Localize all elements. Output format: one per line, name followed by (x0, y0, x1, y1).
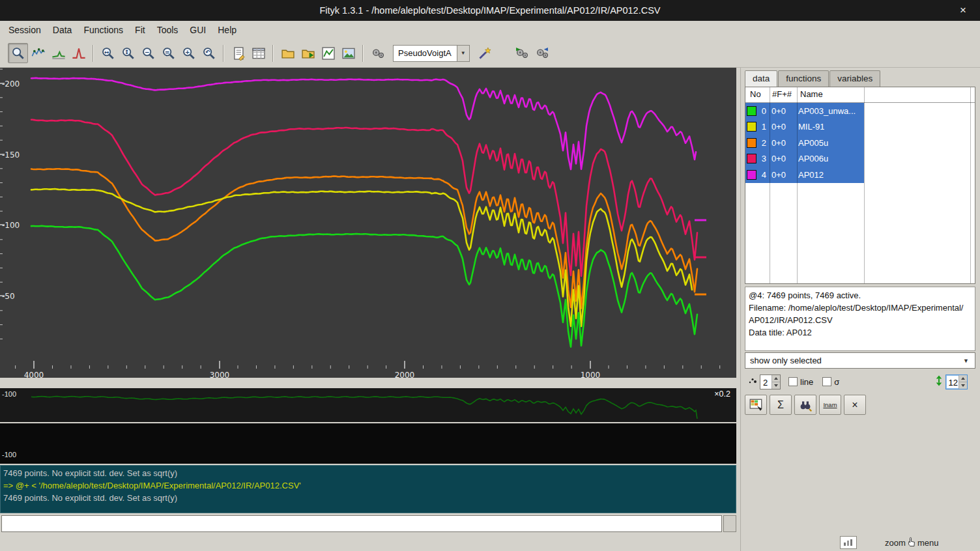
status-indicator-button[interactable] (840, 536, 857, 549)
command-input[interactable] (1, 515, 722, 532)
zoom-out-button[interactable]: − (138, 43, 158, 63)
fit-history-button[interactable] (532, 43, 553, 63)
svg-text:=: = (164, 48, 169, 55)
zoom-in-button[interactable]: + (179, 43, 199, 63)
add-peak-mode-button[interactable] (68, 43, 89, 63)
point-size-spinner[interactable]: 2 (760, 374, 781, 389)
toolbar-separator (223, 45, 224, 62)
zoom-fit-icon: ↔ (101, 46, 115, 61)
chevron-down-icon: ▼ (963, 358, 969, 364)
column-header-f[interactable]: #F+# (772, 89, 792, 99)
dataset-number: 4 (757, 170, 766, 180)
sum-button[interactable]: Σ (770, 395, 792, 415)
plot-style-controls: 2 line σ 12 (745, 373, 975, 391)
background-mode-button[interactable] (48, 43, 68, 63)
zoom-fit-button[interactable]: ↔ (98, 43, 118, 63)
zoom-previous-button[interactable]: ↶ (199, 43, 219, 63)
dataset-name: AP012 (796, 170, 824, 180)
shift-value: 12 (946, 375, 958, 389)
data-table-rows: 00+0AP003_unwa...10+0MIL-9120+0AP005u30+… (745, 103, 975, 183)
zoom-out-icon: − (141, 46, 156, 61)
sigma-checkbox-label: σ (834, 377, 839, 387)
menu-help[interactable]: Help (212, 23, 242, 37)
execute-script-button[interactable] (298, 43, 318, 63)
function-type-select[interactable]: PseudoVoigtA▼ (393, 45, 470, 62)
toolbar-separator (362, 45, 364, 62)
y-tick-label: -200 (2, 79, 20, 89)
menu-session[interactable]: Session (3, 23, 47, 37)
save-session-icon (321, 46, 336, 61)
delete-button[interactable]: × (844, 395, 866, 415)
save-session-button[interactable] (318, 43, 338, 63)
close-button[interactable]: × (954, 0, 972, 21)
add-peak-mode-icon (72, 46, 86, 61)
sigma-checkbox[interactable] (822, 377, 831, 386)
toolbar-separator (93, 45, 94, 62)
auto-add-function-button[interactable] (475, 43, 495, 63)
column-header-no[interactable]: No (750, 89, 761, 99)
zoom-100-button[interactable]: = (158, 43, 179, 63)
shift-updown-icon[interactable] (934, 375, 944, 389)
dataset-name: AP006u (796, 154, 828, 163)
shift-spinner[interactable]: 12 (945, 374, 968, 389)
load-data-button[interactable] (278, 43, 298, 63)
data-editor-button[interactable] (248, 43, 268, 63)
aux-plot-2[interactable]: -100 (0, 423, 736, 464)
panel-splitter[interactable] (736, 68, 745, 551)
input-extra-button[interactable] (723, 515, 736, 532)
data-range-mode-button[interactable] (28, 43, 48, 63)
session-log-button[interactable] (228, 43, 248, 63)
tab-functions[interactable]: functions (778, 70, 829, 87)
save-image-icon (341, 46, 356, 61)
settings-gears-button[interactable] (368, 43, 388, 63)
save-image-button[interactable] (338, 43, 358, 63)
sum-glyph: Σ (777, 399, 784, 411)
zoom-vertical-button[interactable]: ↕ (118, 43, 138, 63)
zoom-mode-button[interactable] (8, 43, 28, 63)
dataset-functions-count: 0+0 (769, 138, 796, 148)
main-plot[interactable]: 4000300020001000-200-150-100-50 (0, 68, 736, 378)
titlebar: Fityk 1.3.1 - /home/aleplo/test/Desktop/… (0, 0, 980, 21)
tab-variables[interactable]: variables (829, 70, 880, 87)
x-tick-label: 2000 (395, 371, 415, 378)
find-button[interactable] (794, 395, 816, 415)
execute-script-icon (301, 46, 315, 61)
data-range-mode-icon (31, 46, 46, 61)
chevron-down-icon: ▼ (457, 46, 469, 61)
command-input-row (1, 515, 736, 533)
data-info: @4: 7469 points, 7469 active.Filename: /… (745, 287, 975, 351)
line-checkbox[interactable] (788, 377, 798, 386)
aux-plot[interactable]: -100 ×0.2 (0, 388, 736, 422)
zoom-previous-icon: ↶ (202, 46, 216, 61)
aux-residual-line (31, 397, 697, 419)
data-table-button[interactable] (745, 395, 767, 415)
session-log-icon (231, 46, 246, 61)
menu-gui[interactable]: GUI (184, 23, 212, 37)
dataset-number: 1 (757, 122, 766, 132)
dataset-row-1[interactable]: 10+0MIL-91 (745, 119, 975, 135)
zoom-vertical-icon: ↕ (121, 46, 136, 61)
menu-data[interactable]: Data (47, 23, 78, 37)
series-color-swatch (747, 170, 757, 180)
menu-tools[interactable]: Tools (151, 23, 184, 37)
rename-button[interactable]: Inam (819, 395, 841, 415)
dataset-row-4[interactable]: 40+0AP012 (745, 167, 975, 183)
menu-functions[interactable]: Functions (78, 23, 129, 37)
spectrum-AP003_unwa (31, 226, 697, 347)
svg-text:↔: ↔ (104, 48, 108, 55)
settings-gears-icon (371, 46, 385, 61)
column-header-name[interactable]: Name (800, 89, 823, 99)
show-filter-dropdown[interactable]: show only selected ▼ (745, 352, 975, 369)
dataset-row-0[interactable]: 00+0AP003_unwa... (745, 103, 975, 119)
fit-history-icon (535, 46, 549, 61)
line-checkbox-label: line (800, 377, 813, 387)
manual-fit-button[interactable] (512, 43, 532, 63)
menu-fit[interactable]: Fit (129, 23, 151, 37)
plot-splitter[interactable] (0, 378, 736, 388)
dataset-row-2[interactable]: 20+0AP005u (745, 135, 975, 151)
svg-text:↕: ↕ (124, 48, 128, 55)
tab-data[interactable]: data (745, 70, 777, 87)
hand-cursor-icon (908, 537, 915, 549)
svg-text:−: − (144, 48, 149, 55)
dataset-row-3[interactable]: 30+0AP006u (745, 151, 975, 167)
